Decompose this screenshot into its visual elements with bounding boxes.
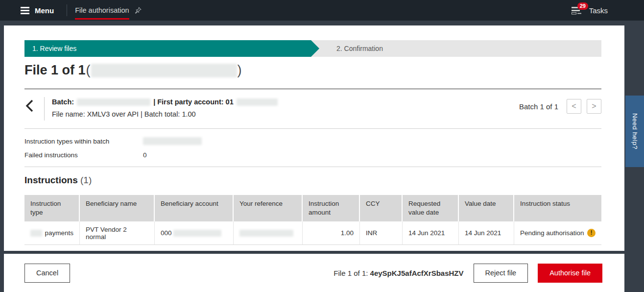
page-title-text: File 1 of 1 [24, 63, 86, 78]
need-help-tab[interactable]: Need help? [625, 96, 644, 167]
batch-next-button[interactable]: > [587, 99, 601, 114]
tab-file-authorisation[interactable]: File authorisation [75, 0, 141, 21]
warning-icon[interactable]: ! [587, 229, 596, 237]
hamburger-icon [21, 7, 29, 14]
tasks-button[interactable]: 29 Tasks [572, 6, 608, 15]
cell-ccy: INR [360, 221, 403, 244]
topbar-divider [67, 4, 67, 16]
paren-open: ( [86, 63, 91, 78]
cell-instruction-status: Pending authorisation ! [514, 221, 601, 244]
wizard-stepper: 1. Review files 2. Confirmation [24, 40, 601, 57]
instructions-title: Instructions [24, 175, 78, 185]
action-bar: Cancel File 1 of 1: 4eySpKJ5afAcfXrSbasH… [4, 254, 624, 292]
menu-button[interactable]: Menu [21, 6, 54, 15]
first-party-label: | First party account: 01 [153, 98, 234, 106]
step-confirmation: 2. Confirmation [311, 40, 601, 57]
reject-file-button[interactable]: Reject file [474, 264, 528, 283]
col-header: Instruction type [24, 195, 80, 221]
cell-your-reference [234, 221, 303, 244]
table-header-row: Instruction type Beneficiary name Benefi… [24, 195, 601, 221]
batch-summary: Instruction types within batch Failed in… [24, 137, 202, 165]
instructions-count: (1) [80, 175, 92, 185]
cell-value-date: 14 Jun 2021 [459, 221, 514, 244]
summary-label: Failed instructions [24, 151, 143, 159]
menu-label: Menu [35, 6, 54, 15]
summary-value: 0 [143, 151, 147, 159]
col-header: Requested value date [403, 195, 459, 221]
step-review-files: 1. Review files [24, 40, 311, 57]
topbar: Menu File authorisation 29 Tasks [0, 0, 644, 21]
redacted-account [237, 98, 278, 106]
section-divider-1 [24, 128, 601, 129]
cell-beneficiary-name: PVT Vendor 2 normal [80, 221, 155, 244]
batch-info: Batch: | First party account: 01 File na… [52, 98, 278, 118]
main-panel: 1. Review files 2. Confirmation File 1 o… [4, 25, 624, 251]
batch-prev-button[interactable]: < [567, 99, 581, 114]
section-divider-2 [24, 167, 601, 167]
instruction-type-text: payments [45, 229, 73, 237]
authorise-file-button[interactable]: Authorise file [538, 264, 602, 283]
batch-label: Batch: [52, 98, 74, 106]
table-row[interactable]: payments PVT Vendor 2 normal 000 1.00 IN… [24, 221, 601, 245]
redacted-batch-id [77, 98, 150, 106]
back-chevron-button[interactable] [25, 99, 34, 115]
title-divider [24, 89, 601, 89]
redacted-account-number [173, 230, 221, 237]
instructions-heading: Instructions (1) [24, 175, 92, 186]
file-id: 4eySpKJ5afAcfXrSbasHZV [370, 269, 464, 277]
account-prefix: 000 [161, 229, 172, 237]
col-header: Your reference [234, 195, 303, 221]
cell-instruction-amount: 1.00 [303, 221, 360, 244]
status-text: Pending authorisation [520, 229, 584, 237]
footer-right-group: File 1 of 1: 4eySpKJ5afAcfXrSbasHZV Reje… [334, 264, 602, 283]
instructions-table: Instruction type Beneficiary name Benefi… [24, 195, 601, 245]
pin-icon[interactable] [134, 7, 142, 14]
tasks-badge: 29 [577, 2, 588, 10]
page-title: File 1 of 1 ( ) [24, 63, 242, 78]
col-header: Value date [459, 195, 514, 221]
batch-counter: Batch 1 of 1 [519, 102, 558, 111]
file-reference: File 1 of 1: 4eySpKJ5afAcfXrSbasHZV [334, 269, 463, 277]
redacted-file-name [91, 64, 237, 77]
cell-requested-value-date: 14 Jun 2021 [403, 221, 459, 244]
batch-divider-line [44, 97, 45, 121]
tab-label: File authorisation [75, 1, 129, 20]
cell-instruction-type: payments [24, 221, 80, 244]
file-name-line: File name: XMLV3 over API | Batch total:… [52, 110, 278, 118]
batch-pagination: Batch 1 of 1 < > [519, 99, 601, 114]
col-header: Beneficiary account [155, 195, 234, 221]
redacted-reference [239, 230, 293, 237]
file-label: File 1 of 1: [334, 269, 368, 277]
cancel-button[interactable]: Cancel [24, 264, 70, 283]
cell-beneficiary-account: 000 [155, 221, 234, 244]
step2-label: 2. Confirmation [336, 45, 383, 52]
tasks-label: Tasks [589, 6, 608, 15]
col-header: Instruction amount [303, 195, 360, 221]
col-header: Beneficiary name [80, 195, 155, 221]
summary-row-failed: Failed instructions 0 [24, 151, 202, 159]
step1-label: 1. Review files [32, 45, 76, 52]
col-header: CCY [360, 195, 403, 221]
redacted-instruction-types [143, 137, 202, 145]
redacted-instruction-type [30, 230, 42, 237]
summary-row-types: Instruction types within batch [24, 137, 202, 145]
col-header: Instruction status [514, 195, 601, 221]
summary-label: Instruction types within batch [24, 138, 143, 145]
paren-close: ) [238, 63, 242, 78]
